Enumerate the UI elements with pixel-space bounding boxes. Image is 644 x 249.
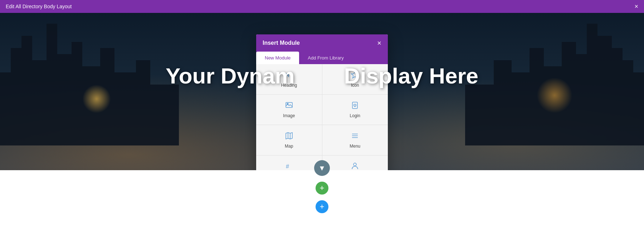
module-item-menu[interactable]: Menu [322, 125, 388, 155]
svg-marker-7 [286, 133, 292, 139]
modal-tabs: New Module Add From Library [256, 52, 388, 64]
top-bar: Edit All Directory Body Layout × [0, 0, 644, 13]
login-icon [351, 101, 359, 111]
lamp-left [82, 85, 111, 113]
module-item-image[interactable]: Image [256, 95, 322, 125]
modal-close-button[interactable]: × [377, 39, 381, 47]
menu-icon [351, 131, 359, 142]
module-label-image: Image [283, 113, 295, 118]
svg-point-3 [287, 104, 288, 105]
add-section-button[interactable]: + [316, 182, 328, 195]
svg-point-14 [353, 163, 356, 166]
modal-header: Insert Module × [256, 34, 388, 52]
center-actions: ▼ + + [314, 160, 330, 213]
tab-add-from-library[interactable]: Add From Library [299, 52, 352, 64]
module-item-map[interactable]: Map [256, 125, 322, 155]
tab-new-module[interactable]: New Module [256, 52, 299, 64]
top-bar-close-button[interactable]: × [634, 3, 638, 10]
plus-icon-blue: + [320, 202, 325, 211]
module-label-login: Login [350, 113, 360, 118]
hero-text: Your Dynam Display Here [166, 63, 478, 88]
module-label-menu: Menu [350, 144, 360, 149]
image-icon [285, 101, 293, 111]
map-icon [285, 131, 293, 142]
arrow-down-icon: ▼ [318, 164, 326, 172]
svg-rect-5 [354, 104, 356, 106]
background-area: Your Dynam Display Here ▼ + + Insert Mod… [0, 13, 644, 249]
arrow-down-button[interactable]: ▼ [314, 160, 330, 176]
module-item-login[interactable]: Login [322, 95, 388, 125]
top-bar-title: Edit All Directory Body Layout [6, 4, 72, 9]
lamp-right [537, 77, 572, 113]
modal-title: Insert Module [263, 40, 300, 46]
plus-icon-green: + [320, 183, 325, 193]
add-module-button[interactable]: + [316, 200, 328, 213]
svg-text:#: # [286, 163, 289, 169]
module-label-map: Map [285, 144, 293, 149]
